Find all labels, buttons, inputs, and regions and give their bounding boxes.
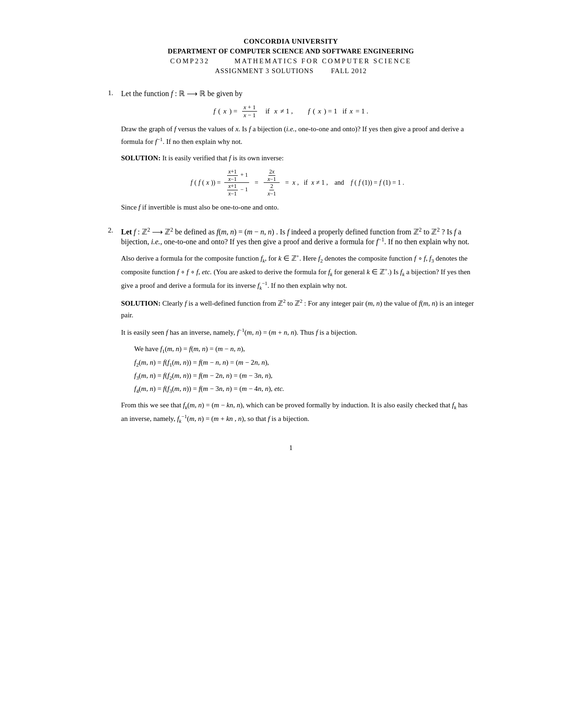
- problem-2-header: 2. Let f : ℤ2 ⟶ ℤ2 be defined as f(m, n)…: [108, 226, 474, 247]
- course-code: COMP232: [170, 57, 210, 65]
- problem-1-question: Draw the graph of f versus the values of…: [121, 123, 474, 148]
- problem-2-solution: SOLUTION: Clearly f is a well-defined fu…: [121, 297, 474, 425]
- university-title: CONCORDIA UNIVERSITY: [108, 38, 474, 45]
- problem-1-statement: Let the function f : ℝ ⟶ ℝ be given by: [121, 89, 243, 98]
- formula-line-3: f3(m, n) = f(f2(m, n)) = f(m − 2n, n) = …: [134, 369, 474, 383]
- term: FALL 2012: [331, 67, 366, 75]
- page-container: CONCORDIA UNIVERSITY DEPARTMENT OF COMPU…: [70, 0, 493, 489]
- solution-2-label: SOLUTION:: [121, 300, 160, 307]
- main-content: 1. Let the function f : ℝ ⟶ ℝ be given b…: [108, 89, 474, 425]
- problem-1-number: 1.: [108, 89, 121, 97]
- problem-1-header: 1. Let the function f : ℝ ⟶ ℝ be given b…: [108, 89, 474, 98]
- problem-1-solution: SOLUTION: It is easily verified that f i…: [121, 152, 474, 213]
- page-header: CONCORDIA UNIVERSITY DEPARTMENT OF COMPU…: [108, 38, 474, 75]
- course-name: MATHEMATICS FOR COMPUTER SCIENCE: [235, 57, 412, 65]
- formula-line-4: f4(m, n) = f(f3(m, n)) = f(m − 3n, n) = …: [134, 383, 474, 396]
- problem-2-statement: Let f : ℤ2 ⟶ ℤ2 be defined as f(m, n) = …: [121, 226, 474, 247]
- fraction-x-plus-1-over-x-minus-1: x + 1 x − 1: [242, 104, 257, 119]
- solution-1-label: SOLUTION:: [121, 154, 160, 162]
- problem-2-number: 2.: [108, 226, 121, 234]
- problem-1-conclusion: Since f if invertible is must also be on…: [121, 202, 474, 213]
- formula-line-1: We have f1(m, n) = f(m, n) = (m − n, n),: [134, 343, 474, 356]
- assignment-title: ASSIGNMENT 3 SOLUTIONS: [215, 67, 313, 75]
- problem-2-conclusion: From this we see that fk(m, n) = (m − kn…: [121, 399, 474, 425]
- formula-line-2: f2(m, n) = f(f1(m, n)) = f(m − n, n) = (…: [134, 356, 474, 369]
- problem-1: 1. Let the function f : ℝ ⟶ ℝ be given b…: [108, 89, 474, 213]
- assignment-line: ASSIGNMENT 3 SOLUTIONS FALL 2012: [108, 67, 474, 75]
- problem-2-extra: Also derive a formula for the composite …: [121, 252, 474, 292]
- page-number: 1: [108, 444, 474, 452]
- problem-1-formula: f(x) = x + 1 x − 1 if x ≠ 1 , f(x) = 1 i…: [108, 104, 474, 119]
- course-line: COMP232 MATHEMATICS FOR COMPUTER SCIENCE: [108, 57, 474, 65]
- problem-2-formula-lines: We have f1(m, n) = f(m, n) = (m − n, n),…: [134, 343, 474, 396]
- nested-frac-outer: x+1 x−1 + 1 x+1 x−1 − 1: [224, 168, 249, 197]
- department-title: DEPARTMENT OF COMPUTER SCIENCE AND SOFTW…: [108, 47, 474, 55]
- frac-2x-over-2: 2x x−1 2 x−1: [264, 168, 280, 197]
- problem-1-solution-formula: f(f(x)) = x+1 x−1 + 1 x+1 x: [121, 168, 474, 197]
- problem-2: 2. Let f : ℤ2 ⟶ ℤ2 be defined as f(m, n)…: [108, 226, 474, 426]
